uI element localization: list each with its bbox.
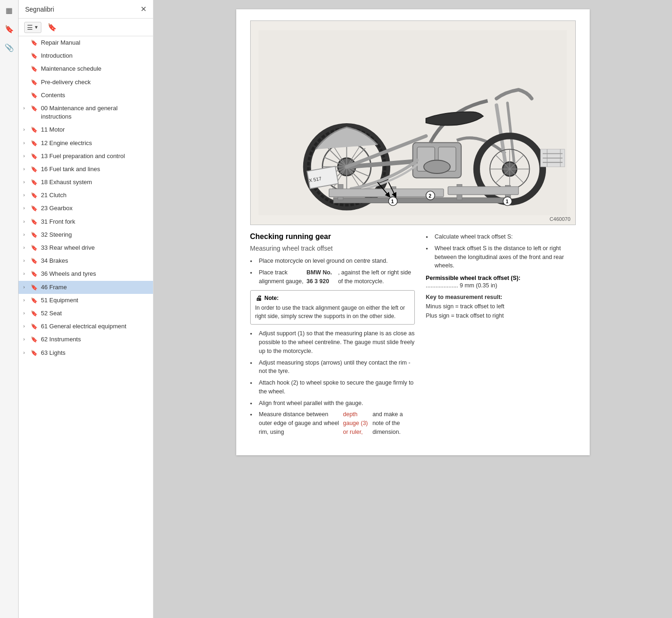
bullet-left-1-item-1: Place track alignment gauge, BMW No. 36 … <box>250 268 415 286</box>
sidebar-item-13-fuel-prep[interactable]: ›🔖13 Fuel preparation and control <box>19 150 153 163</box>
content-right: Calculate wheel track offset S:Wheel tra… <box>426 233 576 441</box>
expand-arrow-icon: › <box>23 336 30 343</box>
sidebar-item-label-31-front-fork: 31 Front fork <box>41 218 149 226</box>
bookmark-icon: 🔖 <box>31 205 38 213</box>
main-image-area: X 517 36 3 920 <box>250 20 576 225</box>
copy-icon[interactable]: ▦ <box>3 4 16 17</box>
sidebar-item-34-brakes[interactable]: ›🔖34 Brakes <box>19 254 153 267</box>
bookmark-icon: 🔖 <box>31 39 38 47</box>
bookmark-icon: 🔖 <box>31 218 38 226</box>
sidebar-item-52-seat[interactable]: ›🔖52 Seat <box>19 307 153 320</box>
note-header: 🖨 Note: <box>255 294 410 302</box>
content-left: Checking running gear Measuring wheel tr… <box>250 233 415 441</box>
svg-text:1: 1 <box>391 199 394 204</box>
sidebar: Segnalibri ✕ ☰ ▼ 🔖 🔖Repair Manual 🔖Intro… <box>19 0 153 618</box>
note-text: In order to use the track alignment gaug… <box>255 304 410 320</box>
bullet-left-2-item-0: Adjust support (1) so that the measuring… <box>250 329 415 355</box>
bookmark-icon: 🔖 <box>31 336 38 344</box>
sidebar-item-31-front-fork[interactable]: ›🔖31 Front fork <box>19 215 153 228</box>
bookmark-icon: 🔖 <box>31 231 38 239</box>
sidebar-item-label-61-general-elec: 61 General electrical equipment <box>41 322 149 331</box>
bullet-left-2-item-4: Measure distance between outer edge of g… <box>250 410 415 436</box>
sidebar-item-12-engine-electrics[interactable]: ›🔖12 Engine electrics <box>19 137 153 150</box>
expand-arrow-icon: › <box>23 126 30 133</box>
sidebar-item-label-34-brakes: 34 Brakes <box>41 257 149 265</box>
sidebar-title: Segnalibri <box>25 6 54 13</box>
sidebar-item-contents[interactable]: 🔖Contents <box>19 89 153 102</box>
bullet-right-item-0: Calculate wheel track offset S: <box>426 233 576 241</box>
bookmark-icon: 🔖 <box>31 65 38 73</box>
expand-arrow-icon: › <box>23 105 30 112</box>
bookmark-icon: 🔖 <box>31 166 38 173</box>
bookmark-icon: 🔖 <box>31 323 38 331</box>
left-toolbar: ▦ 🔖 📎 <box>0 0 19 618</box>
sidebar-item-label-62-instruments: 62 Instruments <box>41 335 149 344</box>
bookmark-icon: 🔖 <box>31 297 38 305</box>
sidebar-item-pre-delivery[interactable]: 🔖Pre-delivery check <box>19 76 153 89</box>
sidebar-item-repair-manual[interactable]: 🔖Repair Manual <box>19 36 153 49</box>
sidebar-item-label-46-frame: 46 Frame <box>41 283 149 292</box>
bookmark-toolbar-icon[interactable]: 🔖 <box>3 22 16 35</box>
sidebar-item-maintenance-schedule[interactable]: 🔖Maintenance schedule <box>19 62 153 75</box>
sidebar-item-21-clutch[interactable]: ›🔖21 Clutch <box>19 189 153 202</box>
sidebar-item-label-18-exhaust: 18 Exhaust system <box>41 178 149 186</box>
sidebar-item-16-fuel-tank[interactable]: ›🔖16 Fuel tank and lines <box>19 163 153 176</box>
expand-arrow-icon: › <box>23 271 30 277</box>
sidebar-item-label-maintenance-schedule: Maintenance schedule <box>41 65 149 73</box>
paperclip-icon[interactable]: 📎 <box>3 41 16 54</box>
sidebar-add-bookmark-btn[interactable]: 🔖 <box>45 21 59 33</box>
expand-arrow-icon: › <box>23 140 30 146</box>
sidebar-item-label-23-gearbox: 23 Gearbox <box>41 204 149 213</box>
bullet-left-2-item-1: Adjust measuring stops (arrows) until th… <box>250 359 415 376</box>
sidebar-item-32-steering[interactable]: ›🔖32 Steering <box>19 228 153 241</box>
sidebar-item-label-12-engine-electrics: 12 Engine electrics <box>41 139 149 147</box>
sidebar-item-label-repair-manual: Repair Manual <box>41 39 149 47</box>
sidebar-item-51-equipment[interactable]: ›🔖51 Equipment <box>19 294 153 307</box>
sidebar-close-button[interactable]: ✕ <box>140 5 146 13</box>
sidebar-item-label-contents: Contents <box>41 91 149 100</box>
bookmark-icon: 🔖 <box>31 244 38 252</box>
sidebar-item-62-instruments[interactable]: ›🔖62 Instruments <box>19 333 153 346</box>
sidebar-item-00-maintenance[interactable]: ›🔖00 Maintenance and general instruction… <box>19 102 153 123</box>
sidebar-item-11-motor[interactable]: ›🔖11 Motor <box>19 123 153 136</box>
svg-text:2: 2 <box>429 193 432 199</box>
expand-arrow-icon: › <box>23 153 30 159</box>
sidebar-item-46-frame[interactable]: ›🔖46 Frame <box>19 281 153 294</box>
sidebar-item-63-lights[interactable]: ›🔖63 Lights <box>19 346 153 359</box>
bullet-right-item-1: Wheel track offset S is the distance to … <box>426 244 576 270</box>
sidebar-item-18-exhaust[interactable]: ›🔖18 Exhaust system <box>19 176 153 189</box>
sidebar-item-label-32-steering: 32 Steering <box>41 231 149 239</box>
sidebar-item-label-51-equipment: 51 Equipment <box>41 296 149 305</box>
sidebar-item-61-general-elec[interactable]: ›🔖61 General electrical equipment <box>19 320 153 333</box>
sidebar-toolbar: ☰ ▼ 🔖 <box>19 19 153 36</box>
sidebar-item-label-13-fuel-prep: 13 Fuel preparation and control <box>41 152 149 160</box>
bullets-left-2: Adjust support (1) so that the measuring… <box>250 329 415 436</box>
sidebar-item-36-wheels[interactable]: ›🔖36 Wheels and tyres <box>19 267 153 280</box>
sidebar-item-introduction[interactable]: 🔖Introduction <box>19 49 153 62</box>
sidebar-item-label-11-motor: 11 Motor <box>41 126 149 134</box>
sidebar-item-label-introduction: Introduction <box>41 52 149 60</box>
sidebar-header: Segnalibri ✕ <box>19 0 153 19</box>
dropdown-arrow-icon: ▼ <box>34 25 39 30</box>
expand-arrow-icon: › <box>23 166 30 173</box>
svg-text:1: 1 <box>506 199 508 204</box>
motorcycle-image: X 517 36 3 920 <box>259 26 567 219</box>
bullet-left-2-item-2: Attach hook (2) to wheel spoke to secure… <box>250 379 415 396</box>
expand-arrow-icon: › <box>23 192 30 199</box>
sidebar-list-btn[interactable]: ☰ ▼ <box>24 22 41 33</box>
expand-arrow-icon: › <box>23 245 30 251</box>
bullets-right: Calculate wheel track offset S:Wheel tra… <box>426 233 576 270</box>
bullet-left-1-item-0: Place motorcycle on level ground on cent… <box>250 257 415 266</box>
list-icon: ☰ <box>27 24 33 31</box>
sidebar-item-33-rear-wheel[interactable]: ›🔖33 Rear wheel drive <box>19 241 153 254</box>
sidebar-item-23-gearbox[interactable]: ›🔖23 Gearbox <box>19 202 153 215</box>
expand-arrow-icon: › <box>23 232 30 238</box>
sidebar-item-label-63-lights: 63 Lights <box>41 349 149 357</box>
note-label: Note: <box>265 295 279 301</box>
sidebar-item-label-pre-delivery: Pre-delivery check <box>41 78 149 86</box>
bookmark-icon: 🔖 <box>31 79 38 86</box>
note-icon: 🖨 <box>255 294 262 302</box>
bookmark-icon: 🔖 <box>31 126 38 134</box>
svg-point-18 <box>424 160 450 173</box>
expand-arrow-icon: › <box>23 205 30 212</box>
